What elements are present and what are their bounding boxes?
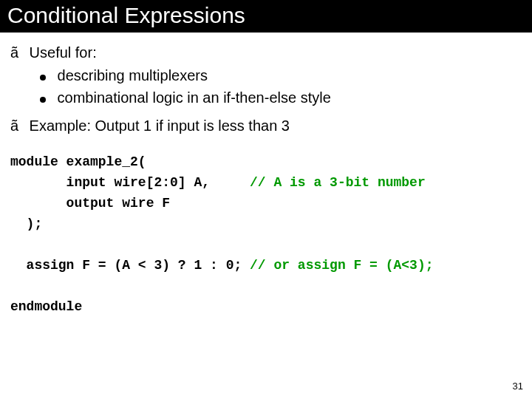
bullet-text: Useful for: [30, 43, 97, 63]
code-line: endmodule [10, 299, 82, 314]
page-number: 31 [513, 381, 523, 392]
code-line: output wire F [10, 196, 170, 211]
disc-icon [40, 88, 53, 108]
disc-icon [40, 66, 53, 86]
code-comment: // or assign F = (A<3); [250, 258, 433, 273]
code-block: module example_2( input wire[2:0] A, // … [10, 152, 522, 317]
slide-title: Conditional Expressions [0, 0, 532, 33]
code-line: assign F = (A < 3) ? 1 : 0; [10, 258, 250, 273]
code-comment: // A is a 3-bit number [250, 175, 426, 190]
code-line: module example_2( [10, 154, 146, 169]
sub-bullet-text: combinational logic in an if-then-else s… [58, 89, 331, 106]
bullet-marker: ã [10, 43, 25, 63]
sub-bullet: combinational logic in an if-then-else s… [40, 88, 522, 109]
sub-bullet-list: describing multiplexers combinational lo… [40, 66, 522, 109]
bullet-text: Example: Output 1 if input is less than … [30, 116, 290, 136]
sub-bullet: describing multiplexers [40, 66, 522, 86]
bullet-useful-for: ã Useful for: [10, 43, 522, 63]
bullet-marker: ã [10, 116, 25, 136]
code-line: ); [10, 216, 42, 231]
bullet-example: ã Example: Output 1 if input is less tha… [10, 116, 522, 136]
sub-bullet-text: describing multiplexers [58, 67, 208, 83]
code-line: input wire[2:0] A, [10, 175, 250, 190]
slide-body: ã Useful for: describing multiplexers co… [0, 33, 532, 318]
